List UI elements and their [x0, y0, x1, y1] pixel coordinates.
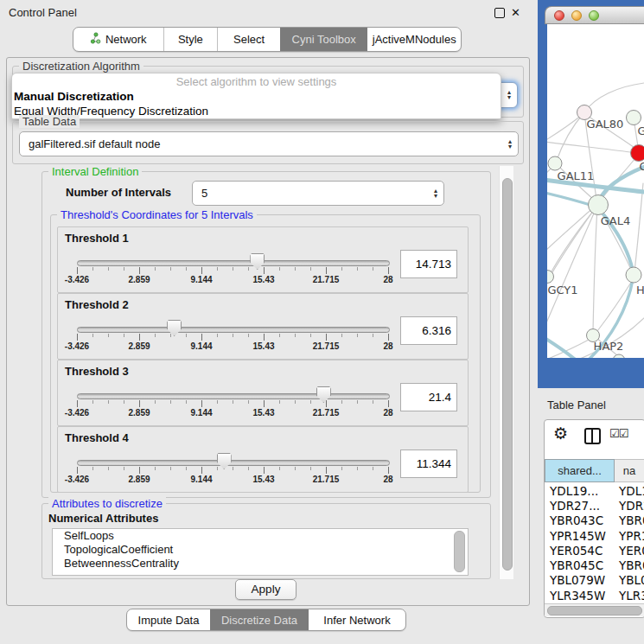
threshold-value-field[interactable]: 21.4: [400, 383, 457, 411]
minor-tick: [217, 400, 218, 404]
network-node-c[interactable]: [631, 145, 644, 162]
column-header-name[interactable]: na: [615, 459, 644, 482]
close-traffic-light-icon[interactable]: [554, 10, 564, 21]
minor-tick: [248, 267, 249, 271]
threshold-value-field[interactable]: 6.316: [400, 316, 457, 345]
numerical-attributes-list[interactable]: SelfLoopsTopologicalCoefficientBetweenne…: [52, 528, 469, 576]
network-edge: [584, 83, 644, 112]
tick-label: 2.859: [118, 275, 161, 284]
network-node-label: GAL4: [601, 214, 630, 227]
table-row[interactable]: YDR27...YDR2: [545, 498, 644, 513]
cell-shared-name: YBR043C: [545, 513, 615, 527]
network-window-titlebar[interactable]: [545, 6, 644, 24]
minor-tick: [92, 400, 93, 404]
network-node-label: GAL80: [587, 118, 624, 131]
slider-track[interactable]: [77, 393, 390, 399]
minor-tick: [92, 467, 93, 470]
tab-select[interactable]: Select: [217, 28, 280, 51]
threshold-panel-2: Threshold 2-3.4262.8599.14415.4321.71528…: [57, 293, 469, 360]
table-row[interactable]: YDL19...YDL1: [545, 483, 644, 498]
minor-tick: [170, 400, 171, 404]
table-header: shared... na: [545, 459, 644, 482]
network-node[interactable]: [613, 354, 625, 358]
slider-track[interactable]: [77, 260, 390, 266]
network-edge-highlighted: [547, 334, 577, 358]
minor-tick: [155, 467, 156, 470]
dropdown-option-equal-width-frequency[interactable]: Equal Width/Frequency Discretization: [12, 104, 501, 118]
threshold-value-field[interactable]: 11.344: [400, 450, 457, 478]
table-row[interactable]: YBR045CYBR0: [545, 558, 644, 572]
minor-tick: [108, 334, 109, 337]
minor-tick: [186, 267, 187, 271]
slider-thumb[interactable]: [316, 386, 331, 403]
tab-network[interactable]: Network: [73, 28, 163, 51]
panel-title: Control Panel: [9, 6, 77, 19]
tab-discretize-data-label: Discretize Data: [221, 614, 297, 627]
tab-style[interactable]: Style: [163, 28, 218, 51]
network-canvas[interactable]: GAL80GACGAL11GAL4GCY1HHAP2: [547, 24, 644, 358]
tab-discretize-data[interactable]: Discretize Data: [210, 609, 309, 630]
attributes-group-title: Attributes to discretize: [48, 497, 166, 510]
major-tick: [264, 334, 265, 341]
network-node-ga[interactable]: [627, 111, 641, 125]
table-panel-title: Table Panel: [547, 399, 606, 411]
panel-scrollbar-thumb[interactable]: [502, 178, 513, 571]
dropdown-option-manual-discretization[interactable]: Manual Discretization: [12, 89, 501, 104]
minor-tick: [92, 334, 93, 337]
cell-shared-name: YDR27...: [545, 499, 615, 513]
close-icon[interactable]: ✕: [511, 6, 520, 19]
number-of-intervals-combobox[interactable]: 5 ▴▾: [192, 181, 444, 206]
minor-tick: [357, 334, 358, 337]
panel-scrollbar[interactable]: [499, 166, 513, 579]
network-node-h[interactable]: [626, 267, 641, 283]
apply-button[interactable]: Apply: [235, 579, 296, 600]
table-row[interactable]: YBL079WYBL0: [545, 573, 644, 588]
minor-tick: [108, 467, 109, 470]
network-node-label: GAL11: [558, 169, 595, 182]
tick-label: 2.859: [118, 475, 161, 484]
table-row[interactable]: YER054CYER0: [545, 543, 644, 558]
algorithm-dropdown-popup: Select algorithm to view settings Manual…: [11, 73, 501, 119]
table-body: YDL19...YDL1YDR27...YDR2YBR043CYBR0YPR14…: [545, 483, 644, 603]
column-header-shared-name[interactable]: shared...: [545, 459, 615, 482]
network-node-gal4[interactable]: [589, 195, 609, 215]
minor-tick: [310, 267, 311, 271]
minor-tick: [295, 467, 296, 470]
table-horizontal-scrollbar[interactable]: [545, 603, 644, 616]
list-scrollbar-thumb[interactable]: [454, 531, 465, 572]
table-horizontal-scrollbar-thumb[interactable]: [547, 606, 642, 615]
tab-infer-network[interactable]: Infer Network: [309, 609, 405, 630]
table-row[interactable]: YPR145WYPR1: [545, 528, 644, 543]
minor-tick: [186, 334, 187, 337]
float-icon[interactable]: [494, 8, 505, 18]
split-column-icon[interactable]: [584, 428, 601, 444]
minor-tick: [279, 400, 280, 404]
slider-track[interactable]: [77, 460, 390, 466]
tab-impute-data[interactable]: Impute Data: [127, 609, 210, 630]
gear-icon[interactable]: ⚙: [553, 424, 568, 443]
major-tick: [139, 400, 140, 407]
network-node-gal11[interactable]: [548, 156, 562, 170]
cell-shared-name: YER054C: [545, 544, 615, 558]
select-columns-icon[interactable]: ☑☑: [609, 427, 628, 440]
slider-thumb[interactable]: [217, 453, 232, 469]
cell-name: YER0: [615, 544, 644, 558]
minimize-traffic-light-icon[interactable]: [571, 10, 582, 21]
minor-tick: [108, 400, 109, 404]
table-data-combobox[interactable]: galFiltered.sif default node ▴▾: [19, 131, 519, 156]
zoom-traffic-light-icon[interactable]: [589, 10, 599, 21]
list-item[interactable]: SelfLoops: [53, 529, 468, 543]
list-item[interactable]: TopologicalCoefficient: [53, 543, 468, 557]
cell-name: YDL1: [615, 484, 644, 498]
tick-label: 21.715: [304, 341, 348, 351]
list-item[interactable]: BetweennessCentrality: [53, 557, 468, 571]
tab-cyni-toolbox[interactable]: Cyni Toolbox: [280, 28, 368, 51]
table-row[interactable]: YLR345WYLR3: [545, 588, 644, 603]
tab-jactivemnodules[interactable]: jActiveMNodules: [367, 28, 461, 51]
threshold-value-field[interactable]: 14.713: [400, 250, 457, 278]
table-row[interactable]: YBR043CYBR0: [545, 513, 644, 528]
cell-name: YBR0: [615, 558, 644, 572]
slider-track[interactable]: [77, 327, 390, 333]
network-node-label: GCY1: [547, 284, 577, 296]
minor-tick: [217, 467, 218, 470]
